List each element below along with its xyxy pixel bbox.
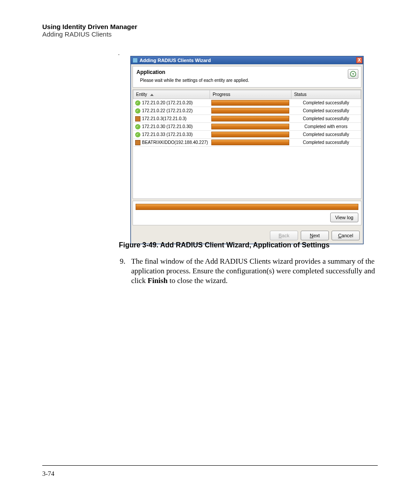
device-icon — [135, 140, 140, 145]
list-text: The final window of the Add RADIUS Clien… — [131, 257, 375, 285]
column-header-status[interactable]: Status — [291, 90, 361, 99]
progress-bar — [211, 100, 289, 106]
progress-bar — [211, 124, 289, 129]
progress-bar — [211, 116, 289, 121]
cancel-label-rest: ancel — [342, 233, 353, 238]
cancel-button[interactable]: Cancel — [332, 231, 360, 240]
page-header: Using Identity Driven Manager Adding RAD… — [42, 23, 137, 38]
wizard-window: Adding RADIUS Clients Wizard X Applicati… — [130, 56, 364, 244]
application-message: Please wait while the settings of each e… — [140, 78, 357, 83]
view-log-button[interactable]: View log — [330, 213, 358, 222]
success-icon: ✓ — [135, 108, 140, 114]
back-button: Back — [270, 231, 298, 240]
overall-progress-bar — [136, 204, 358, 210]
overall-progress-panel: View log — [133, 201, 361, 225]
body-text-after: to close the wizard. — [168, 276, 228, 285]
svg-text:?: ? — [352, 72, 354, 77]
next-button[interactable]: Next — [301, 231, 329, 240]
entity-label: 172.21.0.33 (172.21.0.33) — [142, 132, 193, 137]
back-mnemonic: B — [279, 233, 282, 238]
success-icon: ✓ — [135, 100, 140, 106]
entity-label: 172.21.0.30 (172.21.0.30) — [142, 124, 193, 129]
status-cell: Completed successfully — [291, 99, 361, 107]
progress-bar — [211, 140, 289, 145]
page-footer: 3-74 — [42, 465, 378, 478]
window-icon — [133, 58, 138, 63]
table-row[interactable]: ✓172.21.0.20 (172.21.0.20)Completed succ… — [133, 99, 361, 107]
cancel-mnemonic: C — [338, 233, 342, 238]
status-cell: Completed successfully — [291, 107, 361, 115]
figure-caption: Figure 3-49. Add RADIUS Client Wizard, A… — [119, 241, 330, 249]
help-button[interactable]: ? — [348, 69, 358, 79]
window-title: Adding RADIUS Clients Wizard — [140, 58, 211, 63]
table-header-row: Entity Progress Status — [133, 90, 361, 99]
status-cell: Completed successfully — [291, 131, 361, 139]
entity-label: BEATRIXKIDDO(192.188.40.227) — [142, 140, 208, 145]
status-cell: Completed successfully — [291, 115, 361, 123]
success-icon: ✓ — [135, 124, 140, 129]
status-cell: Completed with errors — [291, 123, 361, 131]
next-label-rest: ext — [313, 233, 320, 238]
entity-label: 172.21.0.3(172.21.0.3) — [142, 116, 187, 121]
help-icon: ? — [350, 71, 356, 77]
body-text-bold: Finish — [147, 276, 167, 285]
close-button[interactable]: X — [356, 57, 362, 63]
table-row[interactable]: ✓172.21.0.30 (172.21.0.30)Completed with… — [133, 123, 361, 131]
header-subtitle: Adding RADIUS Clients — [42, 30, 137, 38]
list-number: 9. — [120, 257, 127, 285]
device-icon — [135, 116, 140, 121]
progress-bar — [211, 108, 289, 114]
column-header-progress[interactable]: Progress — [210, 90, 291, 99]
table-row[interactable]: 172.21.0.3(172.21.0.3)Completed successf… — [133, 115, 361, 123]
table-row[interactable]: BEATRIXKIDDO(192.188.40.227)Completed su… — [133, 139, 361, 147]
entity-label: 172.21.0.20 (172.21.0.20) — [142, 100, 193, 105]
application-panel: Application Please wait while the settin… — [133, 66, 361, 88]
header-title: Using Identity Driven Manager — [42, 23, 137, 30]
table-empty-area — [133, 147, 361, 199]
leading-dot: . — [118, 49, 120, 56]
back-label-rest: ack — [282, 233, 289, 238]
window-title-bar: Adding RADIUS Clients Wizard X — [131, 56, 363, 64]
next-mnemonic: N — [310, 233, 313, 238]
status-cell: Completed successfully — [291, 139, 361, 147]
entity-table: Entity Progress Status ✓172.21.0.20 (172… — [133, 89, 361, 199]
entity-label: 172.21.0.22 (172.21.0.22) — [142, 108, 193, 113]
column-header-entity[interactable]: Entity — [133, 90, 210, 99]
column-header-entity-label: Entity — [136, 92, 147, 97]
table-row[interactable]: ✓172.21.0.22 (172.21.0.22)Completed succ… — [133, 107, 361, 115]
table-row[interactable]: ✓172.21.0.33 (172.21.0.33)Completed succ… — [133, 131, 361, 139]
success-icon: ✓ — [135, 132, 140, 137]
sort-ascending-icon — [150, 94, 154, 96]
body-paragraph: 9. The final window of the Add RADIUS Cl… — [120, 257, 375, 285]
page-number: 3-74 — [42, 470, 55, 477]
application-title: Application — [136, 69, 357, 75]
progress-bar — [211, 132, 289, 137]
